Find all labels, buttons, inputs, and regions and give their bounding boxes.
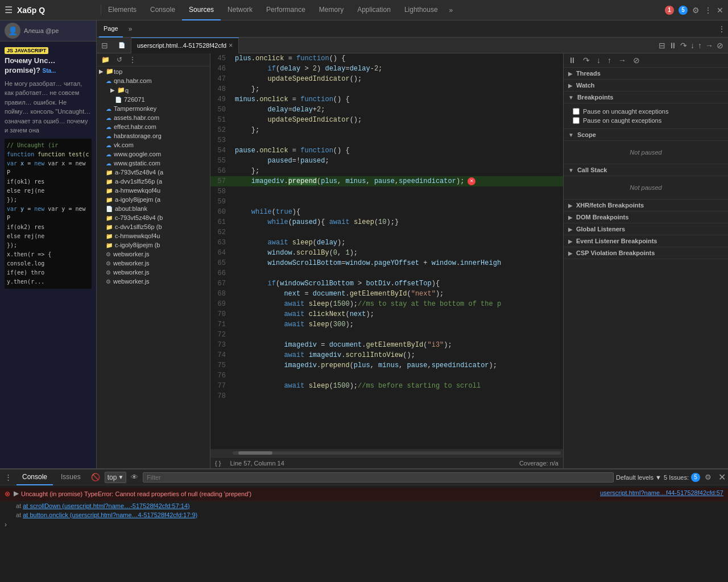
- error-source-link[interactable]: userscript.html?name…f44-517528f42cfd:57: [600, 489, 723, 496]
- step-over-debugger-icon[interactable]: ↷: [581, 55, 592, 66]
- sidebar-toggle-icon[interactable]: ⊟: [97, 41, 113, 50]
- xhr-section-header[interactable]: ▶ XHR/fetch Breakpoints: [564, 199, 728, 211]
- tab-memory[interactable]: Memory: [312, 0, 350, 20]
- code-lines: 45plus.onclick = function() { 46 if(dela…: [210, 53, 563, 401]
- tree-item-assets[interactable]: ☁ assets.habr.com: [97, 113, 210, 122]
- tree-item-cigo[interactable]: 📁 c-igoly8ijpejm (b: [97, 240, 210, 250]
- step-into-icon[interactable]: ↓: [690, 41, 694, 50]
- step-out-icon[interactable]: ↑: [698, 41, 702, 50]
- tab-sources[interactable]: Sources: [182, 0, 221, 20]
- pause-debugger-icon[interactable]: ⏸: [566, 55, 578, 66]
- tree-item-726071[interactable]: 📄 726071: [97, 95, 210, 104]
- webpage-body: JS JAVASCRIPT Почему Unc… promise)? Sta.…: [0, 41, 96, 468]
- more-options-icon[interactable]: ⋮: [704, 6, 712, 15]
- gear-icon: ⚙: [106, 260, 111, 267]
- tab-application[interactable]: Application: [350, 0, 398, 20]
- tree-item-qna[interactable]: ☁ qna.habr.com: [97, 76, 210, 85]
- step-debugger-icon[interactable]: →: [616, 55, 628, 66]
- tree-item-advv[interactable]: 📁 a-dvv1slfiz56p (a: [97, 177, 210, 186]
- tree-item-tampermonkey[interactable]: ☁ Tampermonkey: [97, 104, 210, 113]
- stack-link-1[interactable]: at scrollDown (userscript.html?name…-517…: [23, 502, 189, 509]
- code-line-49: 49minus.onclick = function() {: [210, 94, 563, 105]
- console-gear-icon[interactable]: ⚙: [702, 472, 714, 483]
- tree-item-c793[interactable]: 📁 c-793vt5z48v4 (b: [97, 213, 210, 222]
- code-editor[interactable]: 45plus.onclick = function() { 46 if(dela…: [210, 53, 563, 449]
- console-tab-console[interactable]: Console: [16, 469, 53, 485]
- call-stack-not-paused: Not paused: [568, 180, 723, 196]
- scope-section-header[interactable]: ▼ Scope: [564, 129, 728, 141]
- console-prompt[interactable]: ›: [0, 519, 728, 530]
- tab-performance[interactable]: Performance: [259, 0, 312, 20]
- code-hscroll-bar[interactable]: [233, 451, 561, 455]
- console-toolbar: ⋮ Console Issues 🚫 top ▼ 👁 Default level…: [0, 469, 728, 485]
- folder-icon: 📁: [106, 233, 113, 239]
- global-listeners-section-header[interactable]: ▶ Global Listeners: [564, 223, 728, 235]
- tree-item-aigo[interactable]: 📁 a-igoly8ijpejm (a: [97, 195, 210, 204]
- console-levels-dropdown[interactable]: Default levels ▼: [616, 474, 661, 481]
- tree-menu-icon[interactable]: ⋮: [127, 55, 138, 65]
- more-tabs-button[interactable]: »: [445, 6, 458, 14]
- tree-item-webworker4[interactable]: ⚙ webworker.js: [97, 277, 210, 286]
- deactivate-breakpoints-debugger-icon[interactable]: ⊘: [631, 55, 642, 66]
- top-context-selector[interactable]: top ▼: [105, 472, 127, 483]
- tree-item-habrastorage[interactable]: ☁ habrastorage.org: [97, 131, 210, 140]
- tree-item-effect[interactable]: ☁ effect.habr.com: [97, 122, 210, 131]
- code-hscroll-thumb[interactable]: [238, 451, 272, 455]
- breakpoints-section-header[interactable]: ▼ Breakpoints: [564, 92, 728, 103]
- pause-icon[interactable]: ⏸: [669, 41, 677, 50]
- tree-item-cdvv[interactable]: 📁 c-dvv1slfiz56p (b: [97, 222, 210, 231]
- sources-menu-button[interactable]: ⋮: [718, 24, 726, 34]
- expand-error-icon[interactable]: ▶: [14, 489, 19, 497]
- step-over-icon[interactable]: ↷: [680, 41, 687, 50]
- step-out-debugger-icon[interactable]: ↑: [605, 55, 614, 66]
- pause-on-uncaught-checkbox[interactable]: [573, 108, 580, 115]
- tree-item-a793[interactable]: 📁 a-793vt5z48v4 (a: [97, 168, 210, 177]
- file-tab-active[interactable]: userscript.html...4-517528f42cfd ×: [131, 38, 239, 53]
- stack-link-2[interactable]: at button.onclick (userscript.html?name……: [23, 512, 197, 518]
- code-editor-container: 45plus.onclick = function() { 46 if(dela…: [210, 53, 563, 468]
- settings-icon[interactable]: ⚙: [692, 6, 700, 15]
- tree-item-webworker2[interactable]: ⚙ webworker.js: [97, 259, 210, 268]
- sources-page-tab[interactable]: Page: [99, 20, 123, 38]
- console-close-button[interactable]: ✕: [718, 472, 726, 483]
- step-icon[interactable]: →: [705, 41, 713, 50]
- new-folder-icon[interactable]: 📁: [99, 55, 112, 65]
- step-into-debugger-icon[interactable]: ↓: [594, 55, 603, 66]
- tree-item-gstatic[interactable]: ☁ www.gstatic.com: [97, 159, 210, 168]
- console-settings-icon[interactable]: 👁: [129, 472, 140, 483]
- refresh-icon[interactable]: ↺: [114, 55, 125, 65]
- tab-console[interactable]: Console: [143, 0, 182, 20]
- clear-console-icon[interactable]: 🚫: [89, 472, 102, 483]
- file-tab-close-button[interactable]: ×: [229, 41, 233, 49]
- tree-item-about[interactable]: 📄 about:blank: [97, 204, 210, 213]
- pause-on-caught-checkbox[interactable]: [573, 117, 580, 124]
- tree-item-webworker3[interactable]: ⚙ webworker.js: [97, 268, 210, 277]
- tab-lighthouse[interactable]: Lighthouse: [398, 0, 445, 20]
- tab-elements[interactable]: Elements: [101, 0, 143, 20]
- tree-item-ahmw[interactable]: 📁 a-hmwewkqof4u: [97, 186, 210, 195]
- tree-item-google[interactable]: ☁ www.google.com: [97, 149, 210, 159]
- tree-item-chmw[interactable]: 📁 c-hmwewkqof4u: [97, 231, 210, 240]
- console-menu-icon[interactable]: ⋮: [2, 472, 14, 483]
- dom-section-header[interactable]: ▶ DOM Breakpoints: [564, 211, 728, 223]
- watch-section-header[interactable]: ▶ Watch: [564, 80, 728, 92]
- event-listener-section-header[interactable]: ▶ Event Listener Breakpoints: [564, 235, 728, 247]
- tree-item-top[interactable]: ▶ 📁 top: [97, 66, 210, 76]
- call-stack-section-header[interactable]: ▼ Call Stack: [564, 164, 728, 176]
- code-hscroll[interactable]: [210, 449, 563, 457]
- csp-section-header[interactable]: ▶ CSP Violation Breakpoints: [564, 247, 728, 259]
- deactivate-breakpoints-icon[interactable]: ⊘: [717, 41, 723, 50]
- threads-section-header[interactable]: ▶ Threads: [564, 68, 728, 80]
- event-listener-label: Event Listener Breakpoints: [576, 238, 657, 244]
- hamburger-icon[interactable]: ☰: [5, 5, 13, 15]
- tree-item-vk[interactable]: ☁ vk.com: [97, 140, 210, 149]
- file-tab-inactive[interactable]: 📄: [113, 38, 131, 53]
- tree-item-q[interactable]: ▶ 📁 q: [97, 85, 210, 95]
- sources-more-button[interactable]: »: [125, 25, 136, 33]
- tree-item-webworker1[interactable]: ⚙ webworker.js: [97, 250, 210, 259]
- console-tab-issues[interactable]: Issues: [55, 469, 86, 485]
- tab-network[interactable]: Network: [221, 0, 259, 20]
- toggle-sidebar-icon[interactable]: ⊟: [659, 41, 665, 50]
- close-icon[interactable]: ✕: [717, 6, 723, 15]
- console-filter-input[interactable]: [143, 472, 614, 483]
